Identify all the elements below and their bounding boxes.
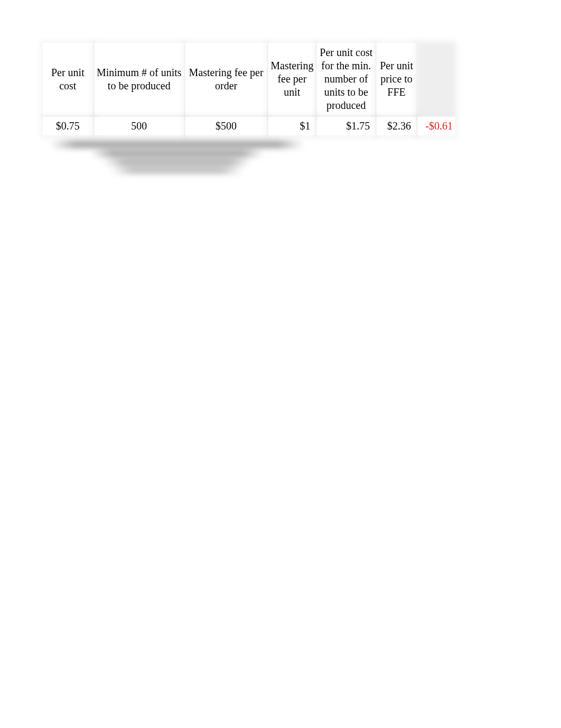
cell-per-unit-cost: $0.75 [43,117,93,135]
cell-min-units: 500 [95,117,184,135]
cell-mastering-fee-unit: $1 [268,117,315,135]
table-header-row: Per unit cost Minimum # of units to be p… [43,43,455,115]
col-header-blurred [418,43,455,115]
cell-per-unit-price-ffe: $2.36 [377,117,416,135]
col-header-per-unit-price-ffe: Per unit price to FFE [377,43,416,115]
col-header-per-unit-cost: Per unit cost [43,43,93,115]
cell-per-unit-cost-min: $1.75 [317,117,375,135]
col-header-per-unit-cost-min: Per unit cost for the min. number of uni… [317,43,375,115]
col-header-mastering-fee-order: Mastering fee per order [185,43,267,115]
pricing-table-container: Per unit cost Minimum # of units to be p… [41,41,456,137]
table-row: $0.75 500 $500 $1 $1.75 $2.36 -$0.61 [43,117,455,135]
col-header-min-units: Minimum # of units to be produced [95,43,184,115]
cell-mastering-fee-order: $500 [185,117,267,135]
col-header-mastering-fee-unit: Mastering fee per unit [268,43,315,115]
cell-last-negative: -$0.61 [418,117,455,135]
blurred-caption [50,139,304,171]
pricing-table: Per unit cost Minimum # of units to be p… [41,41,456,137]
